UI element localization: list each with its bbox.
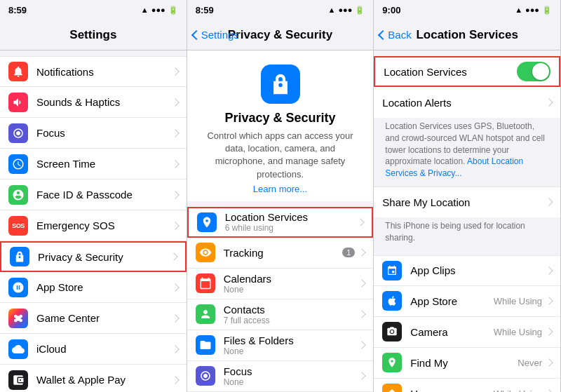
- calendars-chevron: [358, 280, 366, 288]
- settings-row-faceid[interactable]: Face ID & Passcode: [0, 180, 187, 210]
- settings-row-wallet[interactable]: Wallet & Apple Pay: [0, 365, 187, 392]
- screentime-label: Screen Time: [36, 158, 173, 170]
- privacy-focus-label: Focus: [224, 365, 360, 377]
- icloud-icon: [8, 339, 28, 359]
- settings-row-sounds[interactable]: Sounds & Haptics: [0, 87, 187, 118]
- gamecenter-label: Game Center: [36, 312, 173, 324]
- privacy-back-button[interactable]: Settings: [193, 29, 239, 41]
- sounds-chevron: [171, 98, 179, 106]
- time-1: 8:59: [8, 5, 27, 15]
- location-apps-section: App Clips App Store While Using Camera W…: [374, 255, 560, 392]
- battery-icon-2: 🔋: [355, 6, 365, 15]
- privacy-row-focus[interactable]: Focus None: [187, 361, 374, 392]
- privacy-focus-icon: [196, 366, 215, 386]
- wifi-icon: ▲: [141, 6, 149, 14]
- appclips-label: App Clips: [410, 264, 546, 276]
- location-row-camera[interactable]: Camera While Using: [374, 317, 560, 348]
- settings-row-privacy[interactable]: Privacy & Security: [0, 241, 187, 272]
- location-row-appclips[interactable]: App Clips: [374, 255, 560, 286]
- notifications-icon: [8, 62, 28, 81]
- location-toggle-row[interactable]: Location Services: [374, 56, 560, 87]
- privacy-focus-chevron: [358, 372, 366, 380]
- status-bar-1: 8:59 ▲ ●●● 🔋: [0, 0, 187, 20]
- location-toggle-label: Location Services: [384, 66, 517, 78]
- wallet-icon: [8, 370, 28, 390]
- settings-row-screentime[interactable]: Screen Time: [0, 149, 187, 180]
- loc-appstore-value: While Using: [494, 296, 542, 306]
- settings-row-sos[interactable]: SOS Emergency SOS: [0, 210, 187, 241]
- status-icons-2: ▲ ●●● 🔋: [328, 6, 365, 15]
- location-row-home[interactable]: Home While Using: [374, 379, 560, 392]
- privacy-row-calendars[interactable]: Calendars None: [187, 269, 374, 299]
- appclips-chevron: [545, 266, 553, 274]
- privacy-hero-title: Privacy & Security: [224, 111, 335, 126]
- files-sublabel: None: [224, 346, 360, 356]
- gamecenter-chevron: [171, 314, 179, 322]
- location-alerts-label: Location Alerts: [382, 97, 546, 109]
- settings-row-appstore[interactable]: App Store: [0, 272, 187, 303]
- settings-title: Settings: [69, 28, 116, 42]
- gamecenter-icon: [8, 309, 28, 328]
- tracking-label: Tracking: [224, 247, 343, 259]
- icloud-label: iCloud: [36, 343, 173, 355]
- settings-row-notifications[interactable]: Notifications: [0, 56, 187, 87]
- privacy-back-label: Settings: [201, 29, 239, 41]
- location-icon: [197, 212, 217, 232]
- location-chevron: [357, 218, 365, 226]
- appstore-icon: [8, 278, 28, 297]
- contacts-chevron: [358, 311, 366, 318]
- privacy-hero-link[interactable]: Learn more...: [253, 184, 307, 194]
- location-toggle[interactable]: [517, 62, 550, 81]
- contacts-sublabel: 7 full access: [224, 316, 360, 325]
- screentime-chevron: [171, 160, 179, 168]
- location-alerts-row[interactable]: Location Alerts: [374, 87, 560, 118]
- battery-icon-3: 🔋: [542, 6, 552, 15]
- signal-icon-3: ●●●: [525, 6, 539, 14]
- settings-row-gamecenter[interactable]: Game Center: [0, 303, 187, 334]
- wifi-icon-3: ▲: [515, 6, 522, 14]
- svg-point-2: [20, 314, 23, 318]
- camera-icon: [382, 322, 402, 342]
- focus-chevron: [171, 129, 179, 137]
- camera-chevron: [545, 327, 553, 335]
- location-back-button[interactable]: Back: [379, 29, 411, 41]
- settings-section-main: Notifications Sounds & Haptics Focus: [0, 56, 187, 392]
- privacy-row-tracking[interactable]: Tracking 1: [187, 238, 374, 269]
- camera-label: Camera: [410, 326, 493, 338]
- location-row-appstore[interactable]: App Store While Using: [374, 286, 560, 317]
- faceid-chevron: [171, 191, 179, 198]
- calendars-icon: [196, 273, 215, 293]
- privacy-title: Privacy & Security: [228, 28, 332, 42]
- faceid-icon: [8, 185, 28, 205]
- location-sublabel: 6 while using: [225, 223, 358, 233]
- location-row-findmy[interactable]: Find My Never: [374, 348, 560, 379]
- status-icons-3: ▲ ●●● 🔋: [515, 6, 552, 15]
- wifi-icon-2: ▲: [328, 6, 336, 14]
- wallet-chevron: [171, 376, 179, 384]
- home-label: Home: [410, 388, 493, 392]
- privacy-row-files[interactable]: Files & Folders None: [187, 330, 374, 361]
- sos-label: Emergency SOS: [36, 219, 173, 231]
- files-icon: [196, 335, 215, 355]
- home-icon: [382, 384, 402, 392]
- calendars-label: Calendars: [224, 273, 360, 285]
- share-location-section: Share My Location: [374, 187, 560, 217]
- battery-icon: 🔋: [168, 6, 178, 15]
- notifications-label: Notifications: [36, 66, 173, 78]
- settings-row-icloud[interactable]: iCloud: [0, 334, 187, 365]
- status-icons-1: ▲ ●●● 🔋: [141, 6, 178, 15]
- settings-list: Notifications Sounds & Haptics Focus: [0, 50, 187, 392]
- panel-location: 9:00 ▲ ●●● 🔋 Back Location Services Loca…: [374, 0, 561, 392]
- findmy-value: Never: [518, 358, 542, 368]
- share-location-label: Share My Location: [382, 196, 546, 208]
- privacy-row-contacts[interactable]: Contacts 7 full access: [187, 299, 374, 330]
- files-labels: Files & Folders None: [224, 334, 360, 356]
- share-location-row[interactable]: Share My Location: [374, 187, 560, 217]
- panel-privacy: 8:59 ▲ ●●● 🔋 Settings Privacy & Security…: [187, 0, 374, 392]
- wallet-label: Wallet & Apple Pay: [36, 374, 173, 386]
- home-value: While Using: [494, 388, 542, 392]
- signal-icon: ●●●: [151, 6, 165, 14]
- privacy-row-location[interactable]: Location Services 6 while using: [187, 207, 374, 238]
- loc-appstore-icon: [382, 291, 402, 311]
- settings-row-focus[interactable]: Focus: [0, 118, 187, 149]
